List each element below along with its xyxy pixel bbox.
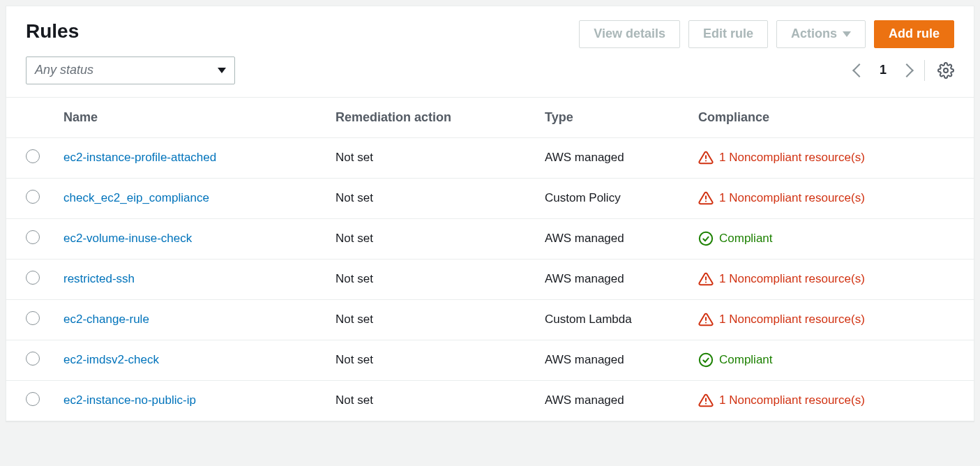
remediation-cell: Not set [327,380,536,421]
compliance-text: 1 Noncompliant resource(s) [719,313,865,326]
compliance-cell: 1 Noncompliant resource(s) [698,312,965,327]
next-page-button[interactable] [900,63,914,77]
compliance-cell: 1 Noncompliant resource(s) [698,150,965,165]
filter-row: Any status 1 [6,54,974,97]
rule-name-link[interactable]: ec2-volume-inuse-check [63,232,192,245]
row-select-radio[interactable] [26,190,40,204]
rule-name-link[interactable]: ec2-instance-no-public-ip [63,393,196,407]
chevron-down-icon [218,68,226,73]
gear-icon [937,62,954,79]
type-cell: AWS managed [536,340,690,380]
actions-toolbar: View details Edit rule Actions Add rule [579,20,954,48]
rules-panel: Rules View details Edit rule Actions Add… [6,6,974,421]
row-select-radio[interactable] [26,311,40,325]
divider [924,60,925,81]
pagination: 1 [854,60,954,81]
table-row: ec2-imdsv2-checkNot setAWS managedCompli… [6,340,974,380]
column-select [6,97,55,137]
actions-label: Actions [791,27,837,42]
page-number: 1 [877,63,889,77]
compliance-cell: 1 Noncompliant resource(s) [698,271,965,287]
actions-dropdown-button[interactable]: Actions [776,20,866,48]
type-cell: AWS managed [536,218,690,259]
column-compliance[interactable]: Compliance [690,97,974,137]
table-row: ec2-volume-inuse-checkNot setAWS managed… [6,218,974,259]
row-select-radio[interactable] [26,149,40,163]
compliance-text: Compliant [719,353,773,367]
row-select-radio[interactable] [26,392,40,406]
settings-button[interactable] [937,62,954,79]
column-type[interactable]: Type [536,97,690,137]
rule-name-link[interactable]: ec2-change-rule [63,313,149,326]
status-filter-select[interactable]: Any status [26,57,235,84]
rule-name-link[interactable]: ec2-instance-profile-attached [63,151,216,164]
row-select-radio[interactable] [26,230,40,244]
rules-table: Name Remediation action Type Compliance … [6,97,974,421]
column-remediation[interactable]: Remediation action [327,97,536,137]
remediation-cell: Not set [327,178,536,218]
compliance-cell: Compliant [698,352,965,368]
add-rule-button[interactable]: Add rule [874,20,954,48]
compliance-text: 1 Noncompliant resource(s) [719,151,865,165]
chevron-down-icon [843,31,851,37]
rule-name-link[interactable]: restricted-ssh [63,272,135,285]
edit-rule-button[interactable]: Edit rule [688,20,768,48]
view-details-button[interactable]: View details [579,20,680,48]
check-circle-icon [698,352,714,368]
table-row: ec2-change-ruleNot setCustom Lambda1 Non… [6,299,974,340]
table-row: restricted-sshNot setAWS managed1 Noncom… [6,259,974,299]
alert-triangle-icon [698,150,714,165]
table-row: ec2-instance-profile-attachedNot setAWS … [6,137,974,178]
table-row: ec2-instance-no-public-ipNot setAWS mana… [6,380,974,421]
compliance-cell: 1 Noncompliant resource(s) [698,393,965,408]
row-select-radio[interactable] [26,271,40,285]
column-name[interactable]: Name [55,97,327,137]
type-cell: AWS managed [536,259,690,299]
remediation-cell: Not set [327,259,536,299]
page-title: Rules [26,20,79,43]
alert-triangle-icon [698,271,714,287]
type-cell: Custom Policy [536,178,690,218]
svg-point-10 [700,354,712,366]
prev-page-button[interactable] [852,63,866,77]
remediation-cell: Not set [327,137,536,178]
svg-point-0 [944,68,948,73]
compliance-cell: 1 Noncompliant resource(s) [698,190,965,206]
type-cell: AWS managed [536,380,690,421]
type-cell: AWS managed [536,137,690,178]
remediation-cell: Not set [327,340,536,380]
rule-name-link[interactable]: check_ec2_eip_compliance [63,191,209,204]
compliance-text: 1 Noncompliant resource(s) [719,191,865,205]
rule-name-link[interactable]: ec2-imdsv2-check [63,353,159,366]
svg-point-5 [700,232,712,245]
compliance-text: 1 Noncompliant resource(s) [719,393,865,407]
alert-triangle-icon [698,190,714,206]
alert-triangle-icon [698,393,714,408]
status-filter-placeholder: Any status [35,63,93,77]
alert-triangle-icon [698,312,714,327]
type-cell: Custom Lambda [536,299,690,340]
panel-header: Rules View details Edit rule Actions Add… [6,6,974,54]
check-circle-icon [698,231,714,246]
compliance-text: Compliant [719,232,773,246]
remediation-cell: Not set [327,299,536,340]
row-select-radio[interactable] [26,352,40,366]
table-row: check_ec2_eip_complianceNot setCustom Po… [6,178,974,218]
remediation-cell: Not set [327,218,536,259]
compliance-cell: Compliant [698,231,965,246]
compliance-text: 1 Noncompliant resource(s) [719,272,865,286]
